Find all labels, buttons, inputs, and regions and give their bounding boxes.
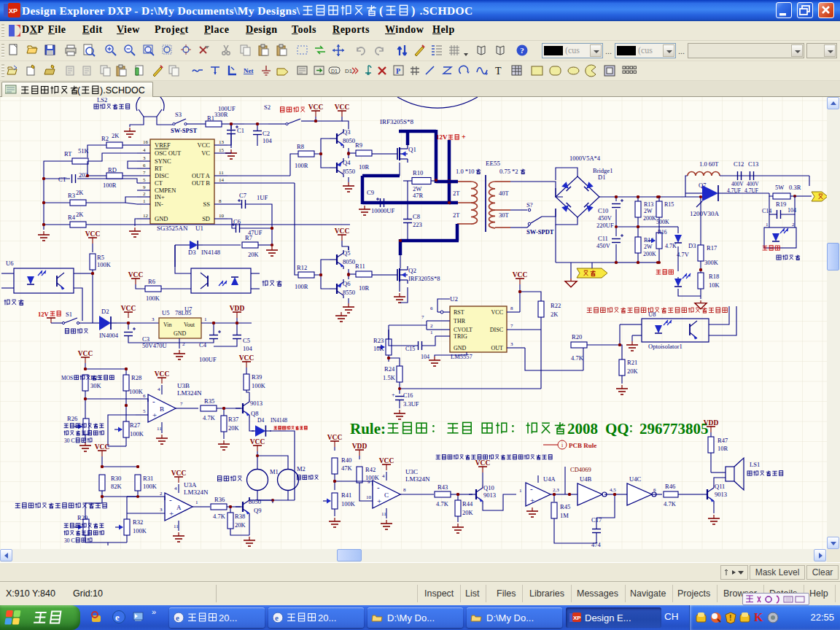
- svg-text:474: 474: [591, 541, 602, 548]
- svg-text:Q2: Q2: [408, 267, 416, 274]
- svg-text:1000V5A*4: 1000V5A*4: [569, 155, 601, 162]
- svg-text:9: 9: [368, 479, 370, 485]
- svg-text:C16: C16: [403, 392, 413, 399]
- svg-text:2T: 2T: [453, 211, 460, 219]
- svg-text:R2: R2: [101, 135, 109, 142]
- svg-text:R47: R47: [718, 437, 728, 444]
- svg-text:IN-: IN-: [155, 201, 163, 208]
- svg-text:3: 3: [510, 341, 513, 347]
- svg-text:U1: U1: [195, 225, 203, 232]
- svg-text:U3A: U3A: [184, 481, 197, 489]
- svg-text:R19: R19: [776, 201, 786, 208]
- svg-text:9013: 9013: [715, 491, 727, 498]
- svg-text:100R: 100R: [103, 182, 117, 189]
- svg-text:1UF: 1UF: [257, 194, 268, 201]
- svg-text:LM5557: LM5557: [451, 353, 472, 360]
- svg-text:2: 2: [143, 191, 146, 197]
- svg-text:OUT: OUT: [491, 345, 504, 351]
- svg-text:EE55: EE55: [486, 160, 500, 167]
- svg-text:R41: R41: [341, 491, 351, 499]
- svg-text:RT: RT: [155, 165, 163, 172]
- svg-text:R36: R36: [214, 496, 225, 503]
- svg-text:VCC: VCC: [327, 434, 343, 441]
- svg-text:VCC: VCC: [95, 443, 110, 451]
- svg-text:VCC: VCC: [155, 370, 170, 378]
- svg-text:5: 5: [143, 408, 146, 414]
- svg-text:Q4: Q4: [343, 159, 351, 166]
- svg-text:R39: R39: [252, 373, 262, 381]
- svg-text:+: +: [377, 497, 381, 505]
- svg-text:U4A: U4A: [543, 475, 556, 483]
- svg-text:11: 11: [157, 426, 162, 432]
- svg-text:100K: 100K: [252, 382, 266, 389]
- svg-text:10: 10: [366, 494, 372, 500]
- svg-text:R23: R23: [373, 337, 384, 344]
- svg-text:2W: 2W: [644, 244, 653, 250]
- svg-text:IRF3205S*8: IRF3205S*8: [408, 275, 440, 282]
- svg-text:Q3: Q3: [343, 128, 350, 136]
- svg-text:S?: S?: [526, 201, 533, 209]
- svg-text:VCC: VCC: [335, 104, 350, 111]
- svg-text:20...: 20...: [219, 612, 237, 623]
- svg-text:D1: D1: [598, 174, 605, 181]
- svg-text:47R: 47R: [413, 192, 424, 199]
- svg-text:4: 4: [158, 386, 160, 392]
- svg-text:VCC: VCC: [121, 305, 136, 312]
- svg-text:SG3525AN: SG3525AN: [157, 225, 188, 232]
- svg-text:20...: 20...: [318, 612, 336, 623]
- svg-text:IRF3205S*8: IRF3205S*8: [380, 118, 414, 125]
- svg-text:RST: RST: [454, 309, 464, 316]
- svg-text:4,5: 4,5: [610, 487, 616, 493]
- svg-text:Q10: Q10: [483, 484, 494, 491]
- svg-text:U8: U8: [648, 311, 656, 318]
- svg-text:8550: 8550: [343, 168, 355, 175]
- svg-text:R44: R44: [462, 500, 473, 508]
- svg-text:450V: 450V: [598, 214, 612, 222]
- svg-text:GND: GND: [155, 215, 168, 222]
- svg-text:LM324N: LM324N: [405, 475, 430, 483]
- svg-text:C2: C2: [262, 130, 270, 137]
- svg-text:): ): [411, 4, 416, 18]
- svg-text:M2: M2: [297, 465, 306, 472]
- svg-text:C: C: [384, 491, 389, 499]
- svg-text:R35: R35: [204, 397, 214, 405]
- svg-text:C10: C10: [598, 207, 608, 214]
- svg-text:104: 104: [421, 354, 429, 360]
- svg-text:220UF: 220UF: [596, 222, 614, 229]
- svg-text:8: 8: [219, 198, 222, 204]
- svg-text:R1: R1: [207, 114, 214, 122]
- svg-text:S3: S3: [175, 111, 182, 118]
- svg-text:U3C: U3C: [405, 468, 418, 475]
- svg-text:Q5: Q5: [343, 249, 350, 257]
- svg-text:R30: R30: [111, 475, 121, 482]
- svg-text:R24: R24: [384, 365, 395, 373]
- svg-text:104: 104: [243, 345, 253, 352]
- svg-text:8: 8: [403, 487, 406, 493]
- svg-text:SD: SD: [202, 215, 210, 222]
- svg-text:104: 104: [262, 137, 273, 144]
- svg-text:10000UF: 10000UF: [371, 207, 394, 214]
- svg-text:1.0 *10: 1.0 *10: [456, 168, 475, 175]
- svg-text:C4: C4: [199, 341, 207, 349]
- svg-text:XP: XP: [9, 7, 18, 15]
- svg-text:e: e: [176, 613, 179, 622]
- svg-text:2: 2: [792, 222, 795, 228]
- svg-text:VCC: VCC: [128, 271, 144, 279]
- svg-text:IN4148: IN4148: [201, 249, 220, 256]
- svg-text:8050: 8050: [343, 137, 355, 144]
- svg-text:(: (: [379, 4, 384, 18]
- svg-text:30 C: 30 C: [64, 537, 74, 544]
- svg-text:VDD: VDD: [352, 443, 368, 450]
- svg-text:DISC: DISC: [490, 327, 503, 333]
- svg-text:+: +: [392, 392, 395, 398]
- svg-text:20K: 20K: [627, 368, 639, 375]
- svg-text:1M: 1M: [560, 512, 569, 519]
- svg-text:e: e: [115, 612, 120, 623]
- svg-text:10R: 10R: [359, 163, 370, 171]
- svg-text:Q9: Q9: [254, 507, 261, 514]
- svg-text:6: 6: [653, 487, 656, 493]
- svg-text:S2: S2: [264, 104, 271, 111]
- svg-text:15: 15: [219, 147, 225, 153]
- svg-text:78L05: 78L05: [175, 309, 191, 316]
- svg-text:2: 2: [160, 491, 163, 497]
